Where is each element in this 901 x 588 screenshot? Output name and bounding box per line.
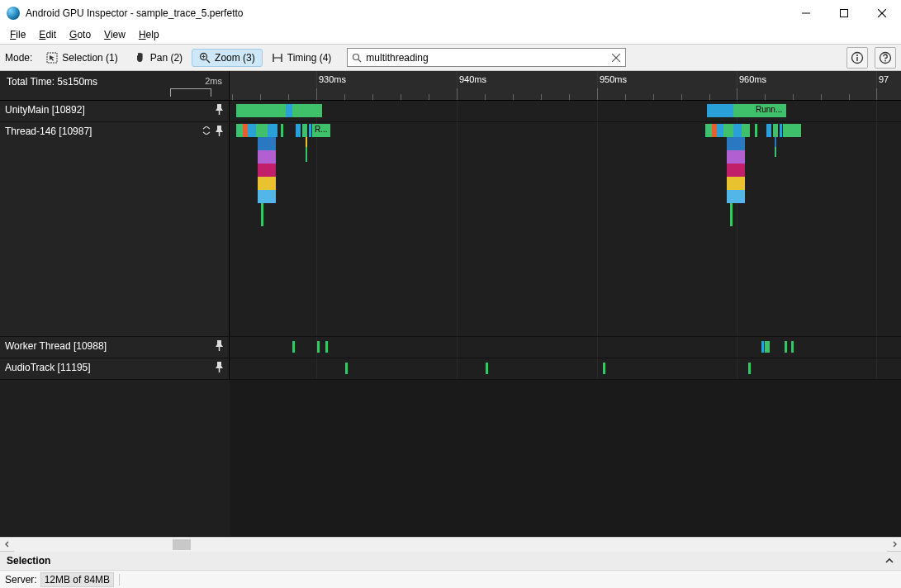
tracks-container: UnityMain [10892]Runn...Thread-146 [1098… xyxy=(0,101,901,537)
trace-segment[interactable] xyxy=(258,177,276,190)
track-body[interactable]: R... xyxy=(230,122,901,336)
trace-segment[interactable] xyxy=(306,137,307,147)
menu-help[interactable]: Help xyxy=(132,27,166,42)
trace-segment[interactable] xyxy=(707,104,733,117)
pin-icon[interactable] xyxy=(215,126,224,137)
mode-zoom-button[interactable]: Zoom (3) xyxy=(192,49,263,67)
track-header[interactable]: Worker Thread [10988] xyxy=(0,337,230,358)
trace-segment[interactable] xyxy=(780,124,782,137)
selection-panel-header[interactable]: Selection xyxy=(0,551,901,570)
track-name: Thread-146 [10987] xyxy=(5,126,92,137)
scrollbar-thumb[interactable] xyxy=(173,539,191,550)
trace-segment[interactable] xyxy=(258,137,276,150)
pin-icon[interactable] xyxy=(215,104,224,116)
trace-segment[interactable] xyxy=(258,164,276,177)
trace-segment[interactable] xyxy=(705,124,712,137)
cursor-time: 2ms xyxy=(205,76,222,86)
trace-segment[interactable] xyxy=(727,190,745,203)
trace-segment[interactable] xyxy=(317,341,320,353)
trace-segment[interactable] xyxy=(717,124,723,137)
trace-segment[interactable] xyxy=(306,147,307,162)
track-header[interactable]: Thread-146 [10987] xyxy=(0,122,230,336)
menu-view[interactable]: View xyxy=(97,27,132,42)
help-button[interactable] xyxy=(875,47,896,69)
track-body[interactable] xyxy=(230,358,901,379)
trace-segment[interactable] xyxy=(345,363,348,374)
trace-segment[interactable] xyxy=(256,124,268,137)
trace-segment[interactable] xyxy=(727,150,745,164)
ruler-label: 930ms xyxy=(319,74,346,84)
trace-segment[interactable] xyxy=(775,147,776,157)
trace-segment[interactable] xyxy=(727,137,745,150)
trace-segment[interactable] xyxy=(268,124,277,137)
trace-segment[interactable] xyxy=(248,124,256,137)
clear-search-button[interactable] xyxy=(607,54,625,62)
pin-icon[interactable] xyxy=(215,340,224,352)
trace-segment[interactable] xyxy=(775,137,776,147)
scrollbar-track[interactable] xyxy=(14,538,887,552)
trace-segment[interactable] xyxy=(603,363,605,374)
trace-segment[interactable] xyxy=(292,104,322,117)
track-body[interactable]: Runn... xyxy=(230,101,901,121)
time-ruler[interactable]: 930ms940ms950ms960ms97 xyxy=(230,71,901,100)
zoom-icon xyxy=(199,52,211,64)
timeline[interactable]: Total Time: 5s150ms 2ms 930ms940ms950ms9… xyxy=(0,71,901,537)
mode-timing-button[interactable]: Timing (4) xyxy=(264,49,339,67)
pin-icon[interactable] xyxy=(215,362,224,373)
trace-segment[interactable] xyxy=(785,341,787,353)
trace-segment[interactable] xyxy=(783,124,801,137)
trace-segment[interactable] xyxy=(258,190,276,203)
trace-segment[interactable] xyxy=(773,124,778,137)
trace-segment[interactable] xyxy=(296,124,301,137)
mode-pan-button[interactable]: Pan (2) xyxy=(127,49,190,67)
scroll-left-button[interactable] xyxy=(0,538,14,552)
minimize-button[interactable] xyxy=(787,0,825,26)
info-button[interactable] xyxy=(846,47,868,69)
trace-segment[interactable] xyxy=(765,341,770,353)
trace-segment[interactable] xyxy=(292,341,295,353)
trace-segment[interactable] xyxy=(727,177,745,190)
trace-segment[interactable] xyxy=(733,104,753,117)
trace-segment[interactable] xyxy=(309,124,311,137)
trace-segment[interactable] xyxy=(766,124,771,137)
mode-selection-button[interactable]: Selection (1) xyxy=(39,49,125,67)
trace-segment[interactable]: R... xyxy=(312,124,330,137)
track-row: Worker Thread [10988] xyxy=(0,337,901,358)
ruler-row: Total Time: 5s150ms 2ms 930ms940ms950ms9… xyxy=(0,71,901,101)
trace-segment[interactable] xyxy=(730,203,733,226)
trace-segment[interactable] xyxy=(236,124,243,137)
trace-segment[interactable] xyxy=(236,104,286,117)
menu-goto[interactable]: Goto xyxy=(63,27,97,42)
trace-segment[interactable] xyxy=(302,124,307,137)
search-input[interactable] xyxy=(366,49,607,66)
trace-segment[interactable] xyxy=(748,363,751,374)
menu-file[interactable]: File xyxy=(3,27,32,42)
trace-segment[interactable] xyxy=(742,124,750,137)
trace-segment[interactable]: Runn... xyxy=(753,104,786,117)
trace-segment[interactable] xyxy=(727,164,745,177)
trace-segment[interactable] xyxy=(286,104,292,117)
horizontal-scrollbar[interactable] xyxy=(0,537,901,551)
trace-segment[interactable] xyxy=(761,341,764,353)
track-header[interactable]: UnityMain [10892] xyxy=(0,101,230,121)
trace-segment[interactable] xyxy=(258,150,276,164)
search-icon xyxy=(348,53,366,63)
trace-segment[interactable] xyxy=(755,124,757,137)
search-box[interactable] xyxy=(347,48,626,67)
track-body[interactable] xyxy=(230,337,901,358)
trace-segment[interactable] xyxy=(791,341,794,353)
menu-edit[interactable]: Edit xyxy=(32,27,63,42)
maximize-button[interactable] xyxy=(825,0,863,26)
trace-segment[interactable] xyxy=(486,363,488,374)
close-button[interactable] xyxy=(863,0,901,26)
trace-segment[interactable] xyxy=(281,124,283,137)
trace-segment[interactable] xyxy=(723,124,733,137)
track-header[interactable]: AudioTrack [11195] xyxy=(0,358,230,379)
trace-segment[interactable] xyxy=(261,203,263,226)
scroll-right-button[interactable] xyxy=(887,538,901,552)
trace-segment[interactable] xyxy=(325,341,328,353)
collapse-icon[interactable] xyxy=(202,126,211,135)
svg-point-20 xyxy=(884,59,886,61)
trace-segment[interactable] xyxy=(733,124,742,137)
mode-label: Mode: xyxy=(5,52,32,64)
